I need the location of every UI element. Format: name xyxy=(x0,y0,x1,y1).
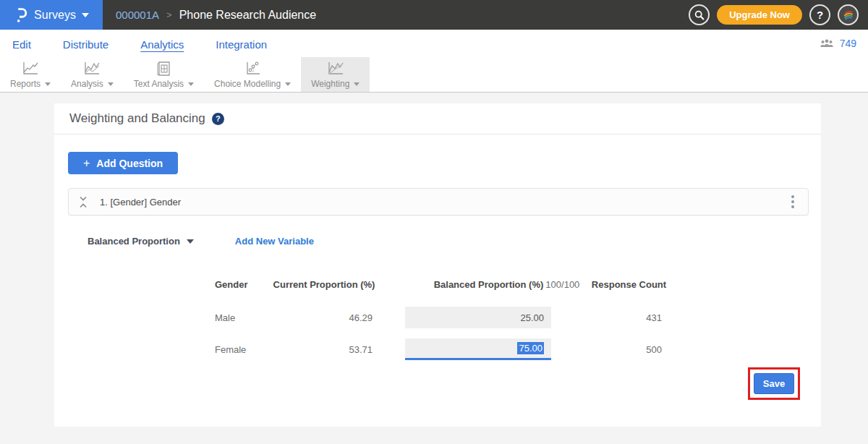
line-chart-icon xyxy=(21,61,40,77)
breadcrumb-survey-id[interactable]: 000001A xyxy=(116,9,159,21)
breadcrumb-separator-icon: > xyxy=(166,9,172,20)
response-count-value: 500 xyxy=(553,338,662,360)
page-title: Weighting and Balancing xyxy=(69,111,205,126)
tab-choice-modelling[interactable]: Choice Modelling xyxy=(204,57,301,92)
line-chart-icon xyxy=(326,61,345,77)
questionpro-logo-icon xyxy=(14,7,28,24)
collapse-icon[interactable] xyxy=(79,196,88,208)
table-row-female: Female 53.71 75.00 500 xyxy=(54,338,821,360)
current-proportion-value: 46.29 xyxy=(293,307,373,328)
chevron-down-icon xyxy=(188,82,194,86)
tab-analysis-label: Analysis xyxy=(71,79,103,89)
row-label: Female xyxy=(215,338,246,360)
proportion-type-dropdown[interactable]: Balanced Proportion xyxy=(88,236,194,247)
selected-input-value: 75.00 xyxy=(517,342,544,354)
tab-reports[interactable]: Reports xyxy=(0,57,61,92)
response-count-value[interactable]: 749 xyxy=(840,38,856,49)
upgrade-now-button[interactable]: Upgrade Now xyxy=(717,5,802,25)
chevron-down-icon xyxy=(45,82,51,86)
chevron-down-icon xyxy=(285,82,291,86)
survey-nav: Edit Distribute Analytics Integration 74… xyxy=(0,30,868,57)
nav-item-integration[interactable]: Integration xyxy=(216,37,267,51)
response-counter[interactable]: 749 xyxy=(819,38,856,49)
weighting-card: Weighting and Balancing ? + Add Question… xyxy=(54,103,821,427)
header-balanced-proportion: Balanced Proportion (%)100/100 xyxy=(425,279,588,290)
proportion-type-label: Balanced Proportion xyxy=(88,236,180,247)
analytics-toolbar: Reports Analysis Text Analysis xyxy=(0,57,868,93)
question-mark-icon: ? xyxy=(817,9,823,21)
product-switcher[interactable]: Surveys xyxy=(0,0,103,30)
questionpro-rainbow-logo-icon xyxy=(842,9,855,21)
response-count-value: 431 xyxy=(553,307,662,328)
tab-choice-modelling-label: Choice Modelling xyxy=(214,79,281,89)
chevron-down-icon xyxy=(82,13,89,17)
tab-weighting[interactable]: Weighting xyxy=(301,57,370,92)
tab-text-analysis-label: Text Analysis xyxy=(134,79,184,89)
plus-icon: + xyxy=(83,157,90,170)
save-button[interactable]: Save xyxy=(754,373,794,394)
add-new-variable-link[interactable]: Add New Variable xyxy=(235,236,314,247)
header-response-count: Response Count xyxy=(569,279,689,290)
nav-item-edit[interactable]: Edit xyxy=(12,37,31,51)
product-name: Surveys xyxy=(34,9,76,22)
nav-item-analytics[interactable]: Analytics xyxy=(140,37,184,51)
question-panel-title: 1. [Gender] Gender xyxy=(100,197,181,208)
breadcrumb-survey-title: Phone Research Audience xyxy=(179,9,316,22)
app-header: Surveys 000001A > Phone Research Audienc… xyxy=(0,0,868,30)
variable-controls: Balanced Proportion Add New Variable xyxy=(88,236,821,247)
bubble-chart-icon xyxy=(243,61,262,77)
header-current-proportion: Current Proportion (%) xyxy=(263,279,386,290)
header-actions: Upgrade Now ? xyxy=(689,4,868,25)
weighting-table-header: Gender Current Proportion (%) Balanced P… xyxy=(54,279,821,292)
search-button[interactable] xyxy=(689,4,710,25)
area-chart-icon xyxy=(82,61,101,77)
search-icon xyxy=(694,10,705,20)
people-icon xyxy=(819,38,835,49)
nav-item-distribute[interactable]: Distribute xyxy=(63,37,109,51)
tab-analysis[interactable]: Analysis xyxy=(61,57,124,92)
input-value: 25.00 xyxy=(520,312,544,323)
balanced-proportion-input-male[interactable]: 25.00 xyxy=(405,307,551,328)
row-label: Male xyxy=(215,307,235,328)
account-menu-button[interactable] xyxy=(838,4,859,25)
add-question-button[interactable]: + Add Question xyxy=(68,152,178,174)
question-panel-header: 1. [Gender] Gender xyxy=(68,188,809,215)
document-grid-icon xyxy=(154,61,173,77)
chevron-down-icon xyxy=(187,239,194,244)
tab-reports-label: Reports xyxy=(10,79,41,89)
help-button[interactable]: ? xyxy=(809,4,830,25)
chevron-down-icon xyxy=(354,82,359,86)
kebab-menu-icon[interactable] xyxy=(787,192,799,211)
header-gender: Gender xyxy=(215,279,248,290)
title-help-icon[interactable]: ? xyxy=(212,113,224,125)
breadcrumb: 000001A > Phone Research Audience xyxy=(116,9,316,22)
card-title-row: Weighting and Balancing ? xyxy=(54,103,821,135)
tab-weighting-label: Weighting xyxy=(311,79,349,89)
balanced-proportion-input-female[interactable]: 75.00 xyxy=(405,338,551,360)
add-question-label: Add Question xyxy=(96,158,163,169)
table-row-male: Male 46.29 25.00 431 xyxy=(54,307,821,328)
chevron-down-icon xyxy=(108,82,114,86)
current-proportion-value: 53.71 xyxy=(293,338,373,360)
tab-text-analysis[interactable]: Text Analysis xyxy=(124,57,204,92)
